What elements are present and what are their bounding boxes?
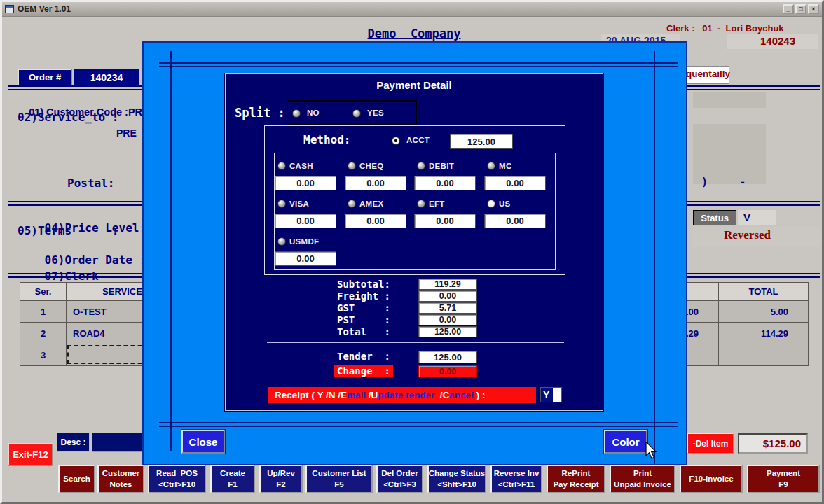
del-item-button[interactable]: -Del Item xyxy=(687,433,734,454)
crosshair-vline-left xyxy=(170,51,172,451)
row1-ser[interactable]: 1 xyxy=(20,301,67,323)
cash-amount-field[interactable]: 0.00 xyxy=(275,176,336,190)
exit-button[interactable]: Exit-F12 xyxy=(8,443,53,466)
right-field-bg-1 xyxy=(693,92,766,108)
toolbar-customer-list[interactable]: Customer ListF5 xyxy=(305,465,373,493)
color-button[interactable]: Color xyxy=(604,430,647,454)
toolbar-f10-invoice[interactable]: F10-Invoice xyxy=(680,465,743,493)
debit-radio[interactable] xyxy=(417,162,425,170)
toolbar-search[interactable]: Search xyxy=(58,465,95,493)
toolbar-print-unpaid-invoice[interactable]: PrintUnpaid Invoice xyxy=(610,465,675,493)
debit-amount-field[interactable]: 0.00 xyxy=(414,176,476,190)
toolbar-read-pos[interactable]: Read POS<Ctrl>F10 xyxy=(148,465,206,493)
app-window: OEM Ver 1.01 _ □ × Demo Company Clerk : … xyxy=(0,0,824,504)
window-title: OEM Ver 1.01 xyxy=(18,4,781,14)
split-yes-radio[interactable] xyxy=(352,109,361,118)
cash-radio[interactable] xyxy=(277,162,286,170)
toolbar-create[interactable]: CreateF1 xyxy=(210,465,255,493)
method-cheq: CHEQ 0.00 xyxy=(348,159,408,194)
sequential-note-partial: quentailly xyxy=(686,69,730,79)
amex-amount-field[interactable]: 0.00 xyxy=(345,214,406,228)
row1-total[interactable]: 5.00 xyxy=(719,301,809,323)
postal-label: Postal: xyxy=(67,176,114,190)
toolbar-reverse-inv[interactable]: Reverse Inv<Ctrl>F11 xyxy=(490,465,542,493)
toolbar-customer-notes[interactable]: CustomerNotes xyxy=(97,465,144,493)
method-mc: MC 0.00 xyxy=(487,159,547,194)
phone-partial: ) - xyxy=(701,176,746,188)
toolbar-label: Customer List xyxy=(312,468,366,479)
amex-radio[interactable] xyxy=(348,200,356,208)
row3-ser[interactable]: 3 xyxy=(20,344,67,366)
cheq-radio[interactable] xyxy=(348,162,356,170)
order-number-field[interactable]: 140234 xyxy=(74,69,139,86)
toolbar-label: Read POS xyxy=(156,468,198,479)
crosshair-hline-top xyxy=(159,62,678,67)
mouse-cursor xyxy=(645,442,659,460)
method-cash: CASH 0.00 xyxy=(277,159,338,194)
company-title: Demo Company xyxy=(282,27,546,41)
us-radio[interactable] xyxy=(487,200,495,208)
tender-field[interactable]: 125.00 xyxy=(418,351,477,363)
payment-detail-dialog: Payment Detail Split : NO YES Method: AC… xyxy=(142,41,687,465)
customer-code-value[interactable]: PR xyxy=(128,106,142,118)
usmdf-radio[interactable] xyxy=(277,237,286,246)
toolbar-change-status[interactable]: Change Status<Shft>F10 xyxy=(427,465,486,493)
cash-label: CASH xyxy=(289,162,313,170)
method-amex: AMEX 0.00 xyxy=(348,197,408,232)
field-terms: 05)Terms : xyxy=(18,224,119,237)
toolbar-label: Customer xyxy=(102,468,140,479)
invoice-number: 140243 xyxy=(760,35,795,47)
visa-amount-field[interactable]: 0.00 xyxy=(275,214,336,228)
toolbar-label2: <Ctrl>F10 xyxy=(158,479,195,491)
method-usmdf: USMDF 0.00 xyxy=(277,234,338,270)
desc-label: Desc : xyxy=(57,433,90,452)
split-no-radio[interactable] xyxy=(292,109,301,118)
toolbar-reprint-pay-receipt[interactable]: RePrintPay Receipt xyxy=(547,465,605,493)
toolbar-payment[interactable]: PaymentF9 xyxy=(747,465,820,493)
total-value: 125.00 xyxy=(418,326,477,337)
toolbar-label2: <Ctrl>F11 xyxy=(498,479,535,491)
visa-label: VISA xyxy=(289,200,309,208)
method-label: Method: xyxy=(303,133,350,146)
receipt-prompt-bar: Receipt ( Y /N /Email /Update tender /Ca… xyxy=(268,387,536,403)
toolbar-label: Create xyxy=(220,468,245,479)
change-value: 0.00 xyxy=(418,365,477,377)
toolbar-label: RePrint xyxy=(562,468,591,479)
cheq-amount-field[interactable]: 0.00 xyxy=(345,176,406,190)
acct-radio[interactable] xyxy=(392,136,400,145)
row3-total[interactable] xyxy=(719,344,809,366)
app-icon xyxy=(5,5,14,13)
mc-amount-field[interactable]: 0.00 xyxy=(484,176,546,190)
toolbar-label2: <Ctrl>F3 xyxy=(383,479,416,491)
receipt-input[interactable]: Y xyxy=(540,387,562,402)
usmdf-label: USMDF xyxy=(289,237,319,246)
toolbar-del-order[interactable]: Del Order<Ctrl>F3 xyxy=(376,465,423,493)
toolbar-label2: Pay Receipt xyxy=(553,479,598,491)
toolbar-up-rev[interactable]: Up/RevF2 xyxy=(259,465,303,493)
row2-ser[interactable]: 2 xyxy=(20,323,67,344)
receipt-prompt-seg: ancel xyxy=(449,390,474,400)
receipt-prompt-seg: pdate tender xyxy=(378,390,437,400)
freight-label: Freight : xyxy=(337,290,390,302)
eft-radio[interactable] xyxy=(417,200,425,208)
acct-amount-field[interactable]: 125.00 xyxy=(450,134,513,149)
toolbar-label: Up/Rev xyxy=(267,468,295,479)
maximize-button[interactable]: □ xyxy=(795,4,806,14)
close-button-dialog[interactable]: Close xyxy=(181,430,225,454)
col-header-ser: Ser. xyxy=(20,283,67,301)
service-to-value: PRE xyxy=(116,127,137,139)
toolbar-label: Print xyxy=(633,468,652,479)
mc-radio[interactable] xyxy=(487,162,495,170)
total-row: Total :125.00 xyxy=(337,326,480,337)
eft-amount-field[interactable]: 0.00 xyxy=(414,214,476,228)
visa-radio[interactable] xyxy=(277,200,286,208)
close-button[interactable]: × xyxy=(808,4,819,14)
cheq-label: CHEQ xyxy=(359,162,383,170)
crosshair-hline-bottom xyxy=(159,422,678,427)
us-amount-field[interactable]: 0.00 xyxy=(484,214,546,228)
toolbar-label: Payment xyxy=(767,468,800,479)
mc-label: MC xyxy=(499,162,512,170)
minimize-button[interactable]: _ xyxy=(783,4,794,14)
usmdf-amount-field[interactable]: 0.00 xyxy=(275,251,336,266)
row2-total[interactable]: 114.29 xyxy=(719,323,809,344)
